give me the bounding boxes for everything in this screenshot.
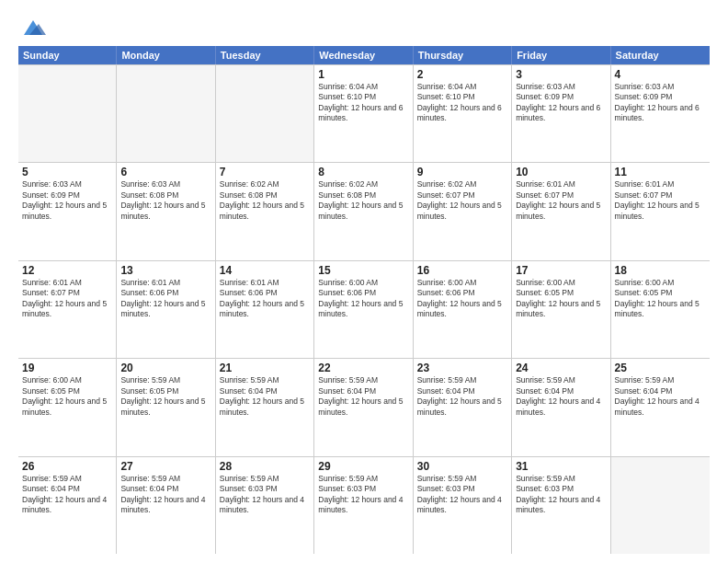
day-number: 11 bbox=[615, 166, 706, 178]
calendar-cell: 31Sunrise: 5:59 AM Sunset: 6:03 PM Dayli… bbox=[512, 457, 610, 554]
day-info: Sunrise: 5:59 AM Sunset: 6:03 PM Dayligh… bbox=[417, 474, 507, 516]
day-info: Sunrise: 5:59 AM Sunset: 6:04 PM Dayligh… bbox=[417, 375, 507, 418]
calendar-row-2: 12Sunrise: 6:01 AM Sunset: 6:07 PM Dayli… bbox=[18, 261, 710, 359]
calendar-cell: 20Sunrise: 5:59 AM Sunset: 6:05 PM Dayli… bbox=[117, 359, 215, 455]
day-info: Sunrise: 6:02 AM Sunset: 6:08 PM Dayligh… bbox=[318, 179, 408, 222]
weekday-header-monday: Monday bbox=[117, 46, 215, 64]
calendar-cell: 15Sunrise: 6:00 AM Sunset: 6:06 PM Dayli… bbox=[314, 261, 413, 358]
day-number: 6 bbox=[120, 166, 210, 178]
day-number: 13 bbox=[120, 264, 210, 277]
calendar-cell bbox=[117, 65, 215, 162]
day-number: 2 bbox=[417, 68, 507, 81]
day-info: Sunrise: 6:01 AM Sunset: 6:07 PM Dayligh… bbox=[615, 179, 706, 222]
day-number: 7 bbox=[220, 166, 310, 178]
day-number: 9 bbox=[417, 166, 507, 178]
day-info: Sunrise: 5:59 AM Sunset: 6:03 PM Dayligh… bbox=[318, 474, 408, 516]
calendar-page: SundayMondayTuesdayWednesdayThursdayFrid… bbox=[0, 0, 728, 563]
logo bbox=[18, 17, 46, 37]
calendar-body: 1Sunrise: 6:04 AM Sunset: 6:10 PM Daylig… bbox=[18, 64, 710, 554]
calendar-row-3: 19Sunrise: 6:00 AM Sunset: 6:05 PM Dayli… bbox=[18, 359, 710, 456]
day-number: 30 bbox=[417, 460, 507, 473]
calendar-cell: 3Sunrise: 6:03 AM Sunset: 6:09 PM Daylig… bbox=[512, 65, 610, 162]
calendar-cell: 14Sunrise: 6:01 AM Sunset: 6:06 PM Dayli… bbox=[216, 261, 314, 358]
day-info: Sunrise: 6:03 AM Sunset: 6:09 PM Dayligh… bbox=[516, 82, 606, 124]
calendar-cell: 17Sunrise: 6:00 AM Sunset: 6:05 PM Dayli… bbox=[512, 261, 610, 358]
day-info: Sunrise: 6:04 AM Sunset: 6:10 PM Dayligh… bbox=[417, 82, 507, 124]
day-info: Sunrise: 5:59 AM Sunset: 6:03 PM Dayligh… bbox=[516, 474, 606, 516]
day-number: 24 bbox=[516, 362, 606, 374]
day-number: 15 bbox=[318, 264, 408, 277]
weekday-header-wednesday: Wednesday bbox=[314, 46, 413, 64]
day-info: Sunrise: 6:00 AM Sunset: 6:06 PM Dayligh… bbox=[318, 278, 408, 320]
weekday-header-thursday: Thursday bbox=[414, 46, 512, 64]
day-info: Sunrise: 6:01 AM Sunset: 6:07 PM Dayligh… bbox=[22, 278, 112, 320]
weekday-header-friday: Friday bbox=[512, 46, 610, 64]
day-number: 23 bbox=[417, 362, 507, 374]
day-number: 17 bbox=[516, 264, 606, 277]
calendar-cell: 22Sunrise: 5:59 AM Sunset: 6:04 PM Dayli… bbox=[314, 359, 413, 455]
logo-icon bbox=[20, 17, 46, 37]
day-number: 21 bbox=[220, 362, 310, 374]
calendar-cell: 26Sunrise: 5:59 AM Sunset: 6:04 PM Dayli… bbox=[18, 457, 117, 554]
day-number: 12 bbox=[22, 264, 112, 277]
calendar-header: SundayMondayTuesdayWednesdayThursdayFrid… bbox=[18, 46, 710, 64]
calendar-cell bbox=[18, 65, 117, 162]
day-number: 14 bbox=[220, 264, 310, 277]
calendar-cell: 6Sunrise: 6:03 AM Sunset: 6:08 PM Daylig… bbox=[117, 163, 215, 259]
day-number: 16 bbox=[417, 264, 507, 277]
day-number: 25 bbox=[615, 362, 706, 374]
weekday-header-tuesday: Tuesday bbox=[216, 46, 314, 64]
day-info: Sunrise: 5:59 AM Sunset: 6:04 PM Dayligh… bbox=[318, 375, 408, 418]
calendar-cell bbox=[611, 457, 710, 554]
day-info: Sunrise: 5:59 AM Sunset: 6:04 PM Dayligh… bbox=[516, 375, 606, 418]
calendar-row-4: 26Sunrise: 5:59 AM Sunset: 6:04 PM Dayli… bbox=[18, 457, 710, 554]
calendar: SundayMondayTuesdayWednesdayThursdayFrid… bbox=[18, 46, 710, 554]
calendar-cell: 25Sunrise: 5:59 AM Sunset: 6:04 PM Dayli… bbox=[611, 359, 710, 455]
calendar-cell: 9Sunrise: 6:02 AM Sunset: 6:07 PM Daylig… bbox=[414, 163, 512, 259]
day-info: Sunrise: 5:59 AM Sunset: 6:03 PM Dayligh… bbox=[220, 474, 310, 516]
day-info: Sunrise: 6:03 AM Sunset: 6:09 PM Dayligh… bbox=[22, 179, 112, 222]
day-number: 8 bbox=[318, 166, 408, 178]
page-header bbox=[18, 17, 710, 37]
day-number: 22 bbox=[318, 362, 408, 374]
day-info: Sunrise: 5:59 AM Sunset: 6:04 PM Dayligh… bbox=[220, 375, 310, 418]
day-info: Sunrise: 6:02 AM Sunset: 6:07 PM Dayligh… bbox=[417, 179, 507, 222]
day-info: Sunrise: 5:59 AM Sunset: 6:04 PM Dayligh… bbox=[22, 474, 112, 516]
day-number: 27 bbox=[120, 460, 210, 473]
calendar-cell: 29Sunrise: 5:59 AM Sunset: 6:03 PM Dayli… bbox=[314, 457, 413, 554]
day-info: Sunrise: 6:00 AM Sunset: 6:05 PM Dayligh… bbox=[22, 375, 112, 418]
day-number: 10 bbox=[516, 166, 606, 178]
day-number: 5 bbox=[22, 166, 112, 178]
day-info: Sunrise: 5:59 AM Sunset: 6:04 PM Dayligh… bbox=[120, 474, 210, 516]
day-info: Sunrise: 6:00 AM Sunset: 6:06 PM Dayligh… bbox=[417, 278, 507, 320]
day-info: Sunrise: 6:00 AM Sunset: 6:05 PM Dayligh… bbox=[615, 278, 706, 320]
calendar-cell: 19Sunrise: 6:00 AM Sunset: 6:05 PM Dayli… bbox=[18, 359, 117, 455]
calendar-cell: 21Sunrise: 5:59 AM Sunset: 6:04 PM Dayli… bbox=[216, 359, 314, 455]
day-info: Sunrise: 6:04 AM Sunset: 6:10 PM Dayligh… bbox=[318, 82, 408, 124]
calendar-cell: 8Sunrise: 6:02 AM Sunset: 6:08 PM Daylig… bbox=[314, 163, 413, 259]
day-info: Sunrise: 6:00 AM Sunset: 6:05 PM Dayligh… bbox=[516, 278, 606, 320]
calendar-cell: 24Sunrise: 5:59 AM Sunset: 6:04 PM Dayli… bbox=[512, 359, 610, 455]
day-number: 4 bbox=[615, 68, 706, 81]
day-number: 29 bbox=[318, 460, 408, 473]
calendar-row-1: 5Sunrise: 6:03 AM Sunset: 6:09 PM Daylig… bbox=[18, 163, 710, 260]
calendar-cell: 18Sunrise: 6:00 AM Sunset: 6:05 PM Dayli… bbox=[611, 261, 710, 358]
calendar-cell: 5Sunrise: 6:03 AM Sunset: 6:09 PM Daylig… bbox=[18, 163, 117, 259]
calendar-cell: 12Sunrise: 6:01 AM Sunset: 6:07 PM Dayli… bbox=[18, 261, 117, 358]
day-info: Sunrise: 6:01 AM Sunset: 6:06 PM Dayligh… bbox=[120, 278, 210, 320]
calendar-row-0: 1Sunrise: 6:04 AM Sunset: 6:10 PM Daylig… bbox=[18, 64, 710, 163]
day-number: 18 bbox=[615, 264, 706, 277]
calendar-cell: 7Sunrise: 6:02 AM Sunset: 6:08 PM Daylig… bbox=[216, 163, 314, 259]
calendar-cell bbox=[216, 65, 314, 162]
weekday-header-sunday: Sunday bbox=[18, 46, 117, 64]
day-number: 20 bbox=[120, 362, 210, 374]
day-number: 26 bbox=[22, 460, 112, 473]
day-number: 28 bbox=[220, 460, 310, 473]
calendar-cell: 27Sunrise: 5:59 AM Sunset: 6:04 PM Dayli… bbox=[117, 457, 215, 554]
day-info: Sunrise: 6:01 AM Sunset: 6:07 PM Dayligh… bbox=[516, 179, 606, 222]
day-number: 31 bbox=[516, 460, 606, 473]
calendar-cell: 2Sunrise: 6:04 AM Sunset: 6:10 PM Daylig… bbox=[414, 65, 512, 162]
day-info: Sunrise: 6:02 AM Sunset: 6:08 PM Dayligh… bbox=[220, 179, 310, 222]
calendar-cell: 1Sunrise: 6:04 AM Sunset: 6:10 PM Daylig… bbox=[314, 65, 413, 162]
calendar-cell: 10Sunrise: 6:01 AM Sunset: 6:07 PM Dayli… bbox=[512, 163, 610, 259]
